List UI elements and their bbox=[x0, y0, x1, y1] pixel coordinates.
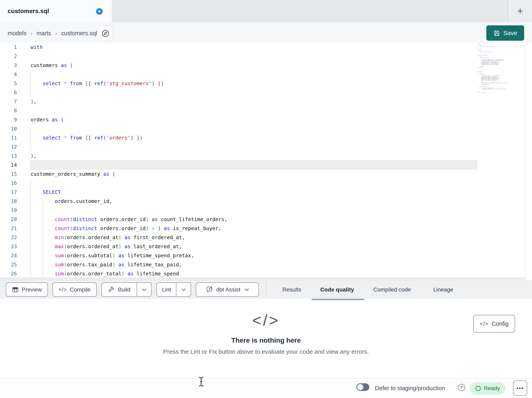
breadcrumb-chevron-icon: › bbox=[31, 30, 32, 37]
editor-toolbar: Preview </> Compile Build bbox=[0, 280, 532, 299]
ellipsis-icon: ••• bbox=[517, 385, 524, 391]
build-button-label: Build bbox=[118, 287, 130, 293]
editor-scrollbar-track[interactable] bbox=[525, 43, 525, 280]
line-number: 9 bbox=[0, 115, 17, 124]
code-line[interactable]: 4 bbox=[0, 70, 525, 79]
save-button[interactable]: Save bbox=[486, 25, 524, 41]
code-line[interactable]: 17 SELECT bbox=[0, 188, 525, 197]
line-number: 19 bbox=[0, 206, 17, 215]
line-number: 6 bbox=[0, 88, 17, 97]
active-tab-indicator bbox=[311, 299, 364, 300]
indent-guide bbox=[31, 206, 31, 215]
file-tab-title: customers.sql bbox=[8, 8, 49, 14]
line-number: 1 bbox=[0, 43, 17, 52]
tab-results[interactable]: Results bbox=[282, 281, 301, 299]
code-line[interactable]: 22 min(orders.ordered_at) as first_order… bbox=[0, 233, 525, 242]
line-number: 13 bbox=[0, 151, 17, 160]
status-badge[interactable]: Ready bbox=[470, 382, 506, 395]
line-number: 23 bbox=[0, 242, 17, 251]
line-number: 4 bbox=[0, 70, 17, 79]
line-number: 15 bbox=[0, 170, 17, 179]
config-button[interactable]: </> Config bbox=[473, 315, 515, 333]
minimap[interactable]: withcustomers as ( select * from {{ ref(… bbox=[478, 43, 525, 93]
chevron-down-icon bbox=[142, 288, 146, 291]
save-button-label: Save bbox=[503, 30, 517, 36]
code-line[interactable]: 5 select * from {{ ref('stg_customers') … bbox=[0, 79, 525, 88]
code-line[interactable]: 7), bbox=[0, 97, 525, 106]
line-number: 26 bbox=[0, 269, 17, 278]
code-line[interactable]: 26 sum(orders.order_total) as lifetime_s… bbox=[0, 269, 525, 278]
preview-button[interactable]: Preview bbox=[6, 282, 48, 297]
code-line[interactable]: 2 bbox=[0, 52, 525, 61]
help-icon[interactable]: ? bbox=[458, 384, 465, 391]
code-line[interactable]: 12 bbox=[0, 142, 525, 151]
indent-guide bbox=[31, 70, 31, 79]
ready-circle-icon bbox=[475, 386, 481, 391]
line-number: 12 bbox=[0, 142, 17, 151]
code-line[interactable]: 25 sum(orders.tax_paid) as lifetime_tax_… bbox=[0, 260, 525, 269]
chevron-down-icon bbox=[245, 288, 249, 291]
code-line[interactable]: 14 bbox=[0, 160, 525, 170]
code-line[interactable]: 16 bbox=[0, 179, 525, 188]
defer-toggle[interactable] bbox=[356, 383, 369, 391]
code-line[interactable]: 20 count(distinct orders.order_id) as co… bbox=[0, 215, 525, 224]
code-line[interactable]: 8 bbox=[0, 106, 525, 115]
toolbar-divider bbox=[266, 281, 266, 299]
config-button-label: Config bbox=[492, 320, 509, 327]
more-options-button[interactable]: ••• bbox=[513, 380, 527, 396]
file-header-row: models › marts › customers.sql bbox=[0, 22, 532, 44]
tab-compiled-code[interactable]: Compiled code bbox=[373, 281, 411, 299]
line-number: 10 bbox=[0, 124, 17, 133]
line-number: 7 bbox=[0, 97, 17, 106]
code-line[interactable]: 15customer_orders_summary as ( bbox=[0, 170, 525, 179]
compile-button[interactable]: </> Compile bbox=[52, 282, 97, 297]
tab-code-quality[interactable]: Code quality bbox=[320, 281, 354, 299]
build-dropdown-caret[interactable] bbox=[137, 283, 151, 296]
line-number: 5 bbox=[0, 79, 17, 88]
code-line[interactable]: 21 count(distinct orders.order_id) > 1 a… bbox=[0, 224, 525, 233]
code-line[interactable]: 10 bbox=[0, 124, 525, 133]
compile-button-label: Compile bbox=[70, 287, 90, 293]
code-line[interactable]: 1with bbox=[0, 43, 525, 52]
code-line[interactable]: 11 select * from {{ ref('orders') }} bbox=[0, 133, 525, 142]
unsaved-changes-dot-icon bbox=[96, 8, 103, 15]
toggle-knob bbox=[357, 384, 363, 390]
editor-horizontal-scrollbar[interactable] bbox=[0, 277, 525, 280]
dbt-assist-button[interactable]: dbt Assist bbox=[196, 282, 259, 297]
lint-dropdown-caret[interactable] bbox=[176, 283, 191, 296]
code-line[interactable]: 9orders as ( bbox=[0, 115, 525, 124]
breadcrumb-models[interactable]: models bbox=[8, 30, 26, 37]
empty-state-title: There is nothing here bbox=[0, 336, 532, 344]
line-number: 16 bbox=[0, 179, 17, 188]
active-line-highlight bbox=[30, 160, 477, 170]
code-line[interactable]: 23 max(orders.ordered_at) as last_ordere… bbox=[0, 242, 525, 251]
save-floppy-icon bbox=[493, 30, 500, 36]
build-button[interactable]: Build bbox=[102, 283, 137, 296]
breadcrumb-marts[interactable]: marts bbox=[37, 30, 51, 37]
lineage-compass-button[interactable] bbox=[98, 26, 113, 41]
line-number: 18 bbox=[0, 197, 17, 206]
tab-lineage[interactable]: Lineage bbox=[433, 281, 453, 299]
code-editor[interactable]: 1with23customers as (45 select * from {{… bbox=[0, 43, 532, 280]
line-number: 2 bbox=[0, 52, 17, 61]
lint-split-button: Lint bbox=[157, 282, 191, 297]
lint-button-label: Lint bbox=[162, 287, 171, 293]
code-line[interactable]: 24 sum(orders.subtotal) as lifetime_spen… bbox=[0, 251, 525, 260]
indent-guide bbox=[43, 206, 43, 215]
chevron-down-icon bbox=[181, 288, 186, 291]
code-line[interactable]: 6 bbox=[0, 88, 525, 97]
line-number: 21 bbox=[0, 224, 17, 233]
code-line[interactable]: 19 bbox=[0, 206, 525, 215]
code-line[interactable]: 3customers as ( bbox=[0, 61, 525, 70]
new-tab-plus-icon[interactable]: + bbox=[517, 6, 523, 16]
line-number: 25 bbox=[0, 260, 17, 269]
line-number: 11 bbox=[0, 133, 17, 142]
code-brackets-icon: </> bbox=[59, 287, 67, 293]
dbt-assist-label: dbt Assist bbox=[216, 287, 240, 293]
indent-guide bbox=[31, 88, 31, 97]
lint-button[interactable]: Lint bbox=[157, 283, 176, 296]
code-line[interactable]: 13), bbox=[0, 151, 525, 160]
file-tab-customers-sql[interactable]: customers.sql bbox=[0, 0, 112, 22]
code-line[interactable]: 18 orders.customer_id, bbox=[0, 197, 525, 206]
line-number: 8 bbox=[0, 106, 17, 115]
